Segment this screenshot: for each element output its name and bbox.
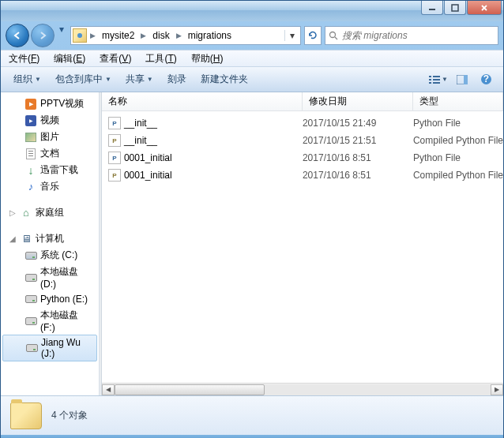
scroll-thumb[interactable] [115,384,265,395]
organize-button[interactable]: 组织▼ [7,69,47,89]
sidebar-item[interactable]: Jiang Wu (J:) [2,335,97,361]
breadcrumb[interactable]: migrations [185,28,235,43]
help-icon: ? [480,73,492,85]
sidebar-item[interactable]: 图片 [1,129,99,145]
scroll-left-button[interactable]: ◀ [102,384,115,395]
sidebar-item-label: 家庭组 [36,206,64,219]
sidebar-item[interactable]: ♪音乐 [1,178,99,195]
file-py-icon [108,117,121,129]
sidebar-item-label: PPTV视频 [40,97,84,110]
sidebar-item[interactable]: 视频 [1,112,99,129]
file-row[interactable]: 0001_initial2017/10/16 8:51Compiled Pyth… [102,167,503,184]
view-mode-button[interactable]: ▼ [427,71,449,88]
file-row[interactable]: __init__2017/10/15 21:49Python File [102,114,503,132]
chevron-down-icon: ▼ [442,76,448,83]
file-name: __init__ [124,118,157,129]
address-dropdown[interactable]: ▾ [284,30,299,41]
close-button[interactable] [467,1,502,15]
nav-buttons: ▾ [6,24,67,47]
refresh-button[interactable] [304,26,322,45]
file-date: 2017/10/15 21:49 [303,118,413,129]
search-icon [329,31,339,41]
file-pane: 名称 修改日期 类型 __init__2017/10/15 21:49Pytho… [102,92,503,395]
forward-button[interactable] [31,24,55,47]
sidebar-item-label: 迅雷下载 [40,163,78,177]
chevron-right-icon[interactable]: ▶ [88,32,97,39]
file-row[interactable]: __init__2017/10/15 21:51Compiled Python … [102,132,503,149]
sidebar-item-label: 本地磁盘 (F:) [40,309,96,333]
menu-item-e[interactable]: 编辑(E) [49,51,90,67]
file-list[interactable]: __init__2017/10/15 21:49Python File__ini… [102,111,503,383]
arrow-right-icon [37,30,48,41]
sidebar-item-label: 图片 [40,130,59,144]
minimize-button[interactable] [421,1,443,15]
sidebar-item[interactable]: 文档 [1,145,99,162]
svg-text:?: ? [483,73,488,84]
scroll-right-button[interactable]: ▶ [491,384,503,395]
file-name: 0001_initial [124,152,172,163]
help-button[interactable]: ? [475,71,497,88]
share-button[interactable]: 共享▼ [119,69,160,89]
nav-history-dropdown[interactable]: ▾ [56,24,67,35]
sidebar-item-label: 音乐 [40,180,59,193]
search-input[interactable] [342,30,495,41]
window-border [1,435,503,438]
sidebar-item[interactable]: PPTV视频 [1,95,99,112]
new-folder-button[interactable]: 新建文件夹 [194,69,254,89]
breadcrumb[interactable]: mysite2 [99,28,137,43]
sidebar-separator [1,195,99,204]
sidebar-item[interactable]: ▷⌂家庭组 [1,204,99,221]
svg-rect-6 [433,79,440,80]
svg-rect-8 [433,82,440,84]
sidebar-item-label: Python (E:) [40,294,88,305]
svg-rect-3 [429,76,431,77]
sidebar-item[interactable]: 本地磁盘 (D:) [1,264,99,291]
burn-button[interactable]: 刻录 [161,69,193,89]
preview-pane-button[interactable] [451,71,473,88]
column-header-name[interactable]: 名称 [102,92,303,110]
sidebar-item[interactable]: 系统 (C:) [1,247,99,264]
horizontal-scrollbar[interactable]: ◀ ▶ [102,383,503,395]
chevron-right-icon[interactable]: ▶ [175,32,183,39]
folder-icon [73,28,87,43]
breadcrumb[interactable]: disk [149,28,172,43]
menu-item-h[interactable]: 帮助(H) [186,51,228,67]
sidebar-item[interactable]: ◢🖥计算机 [1,230,99,247]
file-pyc-icon [108,169,121,182]
file-name: __init__ [124,135,157,146]
column-header-type[interactable]: 类型 [413,92,503,110]
search-box[interactable] [325,26,498,45]
column-headers: 名称 修改日期 类型 [102,92,503,111]
tree-toggle-icon[interactable]: ▷ [9,208,17,217]
preview-pane-icon [457,75,468,84]
chevron-down-icon: ▼ [147,76,153,83]
file-type: Python File [413,152,461,163]
maximize-button[interactable] [444,1,466,15]
include-library-button[interactable]: 包含到库中▼ [49,69,118,89]
content-area: PPTV视频视频图片文档↓迅雷下载♪音乐▷⌂家庭组◢🖥计算机系统 (C:)本地磁… [1,92,503,395]
file-date: 2017/10/16 8:51 [303,170,413,181]
sidebar-item-label: 文档 [40,147,59,160]
file-pyc-icon [108,134,121,147]
back-button[interactable] [6,24,29,47]
svg-rect-7 [429,82,431,84]
address-bar[interactable]: ▶ mysite2 ▶ disk ▶ migrations ▾ [70,26,301,45]
arrow-left-icon [12,30,23,41]
svg-rect-4 [433,76,440,77]
sidebar-item[interactable]: Python (E:) [1,291,99,307]
sidebar-item[interactable]: 本地磁盘 (F:) [1,307,99,335]
chevron-right-icon[interactable]: ▶ [139,32,148,39]
view-icon [429,75,440,84]
file-type: Compiled Python File [413,135,503,146]
menu-item-v[interactable]: 查看(V) [95,51,136,67]
menu-item-f[interactable]: 文件(F) [4,51,44,67]
file-py-icon [108,152,121,164]
file-row[interactable]: 0001_initial2017/10/16 8:51Python File [102,149,503,167]
tree-toggle-icon[interactable]: ◢ [9,234,17,243]
sidebar-item[interactable]: ↓迅雷下载 [1,162,99,178]
menu-bar: 文件(F)编辑(E)查看(V)工具(T)帮助(H) [1,50,503,67]
sidebar-separator [1,361,99,371]
scroll-track[interactable] [115,384,491,395]
column-header-date[interactable]: 修改日期 [303,92,413,110]
menu-item-t[interactable]: 工具(T) [141,51,181,67]
